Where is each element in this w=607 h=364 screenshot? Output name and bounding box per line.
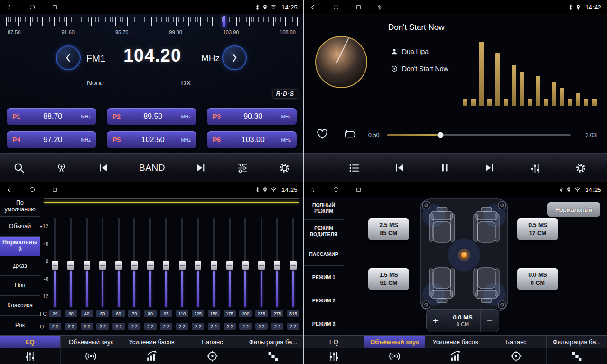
tab-eq[interactable]: EQ [0,336,61,348]
eq-band-slider-5[interactable] [112,218,125,307]
eq-band-slider-10[interactable] [192,218,204,307]
broadcast-antenna-icon[interactable] [56,162,67,174]
tab-balance[interactable]: Баланс [486,336,547,348]
eq-band-slider-11[interactable] [208,218,220,307]
tab-icon-filter[interactable] [243,348,303,364]
eq-band-slider-4[interactable] [96,218,109,307]
tab-icon-balance[interactable] [182,348,243,364]
back-button-icon[interactable] [6,186,13,193]
pause-icon[interactable] [439,163,450,173]
sound-mode-1[interactable]: РЕЖИМ ВОДИТЕЛЯ [304,220,344,243]
home-button-icon[interactable] [333,186,339,193]
eq-band-slider-7[interactable] [144,218,157,307]
tab-icon-surround[interactable] [364,348,425,364]
recents-button-icon[interactable] [52,187,58,193]
eq-slider-knob[interactable] [226,261,233,270]
eq-preset-4[interactable]: Поп [0,276,40,296]
eq-band-slider-6[interactable] [128,218,140,307]
eq-slider-knob[interactable] [290,261,297,270]
tab-icon-filter[interactable] [547,348,607,364]
eq-band-slider-2[interactable] [65,218,77,307]
eq-preset-6[interactable]: Рок [0,316,40,336]
back-button-icon[interactable] [6,4,13,11]
settings-gear-icon[interactable] [279,163,290,173]
delay-rear-right[interactable]: 0.0 MS 0 CM [517,268,558,290]
recents-button-icon[interactable] [52,4,58,10]
decrease-button[interactable]: − [481,315,499,327]
tab-icon-bass[interactable] [425,348,486,364]
tab-icon-bass[interactable] [121,348,182,364]
eq-slider-knob[interactable] [84,261,90,270]
eq-slider-knob[interactable] [211,261,217,270]
eq-slider-knob[interactable] [99,261,106,270]
eq-preset-0[interactable]: По умолчанию [0,197,40,217]
tab-bass[interactable]: Усиление басов [425,336,486,348]
eq-slider-knob[interactable] [195,261,201,270]
tab-icon-eq[interactable] [0,348,61,364]
eq-preset-3[interactable]: Джаз [0,256,40,276]
tab-eq[interactable]: EQ [304,336,364,348]
recents-button-icon[interactable] [355,187,362,193]
eq-band-slider-12[interactable] [224,218,236,307]
eq-slider-knob[interactable] [258,261,265,270]
recents-button-icon[interactable] [355,4,362,10]
eq-slider-knob[interactable] [163,261,169,270]
eq-preset-1[interactable]: Обычай [0,217,40,237]
playlist-icon[interactable] [348,162,360,174]
tab-icon-surround[interactable] [61,348,121,364]
audio-settings-icon[interactable] [237,162,249,174]
eq-preset-5[interactable]: Классика [0,296,40,316]
home-button-icon[interactable] [29,4,36,10]
eq-slider-knob[interactable] [52,261,58,270]
frequency-scale[interactable]: 87.50 91.60 95.70 99.80 103.90 108.00 [6,17,298,39]
tab-surround[interactable]: Объёмный звук [364,336,425,348]
delay-front-left[interactable]: 2.5 MS 85 CM [368,218,409,240]
eq-band-slider-14[interactable] [255,218,268,307]
eq-slider-knob[interactable] [115,261,122,270]
radio-preset-3[interactable]: P390.30MHz [207,108,297,125]
eq-slider-knob[interactable] [67,261,74,270]
progress-knob[interactable] [438,132,444,138]
sound-mode-0[interactable]: ПОЛНЫЙ РЕЖИМ [304,197,344,220]
previous-track-icon[interactable] [394,163,405,173]
next-track-icon[interactable] [484,163,495,173]
eq-band-slider-9[interactable] [176,218,188,307]
eq-slider-knob[interactable] [274,261,280,270]
tab-balance[interactable]: Баланс [182,336,243,348]
delay-rear-left[interactable]: 1.5 MS 51 CM [368,268,409,290]
sound-mode-2[interactable]: ПАССАЖИР [304,243,344,266]
eq-slider-knob[interactable] [179,261,186,270]
equalizer-icon[interactable] [529,162,541,174]
frequency-ruler[interactable] [6,17,298,27]
tab-icon-eq[interactable] [304,348,364,364]
radio-preset-1[interactable]: P188.70MHz [7,108,96,125]
eq-band-slider-3[interactable] [81,218,93,307]
sound-mode-5[interactable]: РЕЖИМ 3 [304,312,344,336]
eq-slider-knob[interactable] [131,261,138,270]
seek-up-button[interactable] [222,46,247,70]
favorite-heart-icon[interactable] [316,128,328,140]
sound-mode-4[interactable]: РЕЖИМ 2 [304,289,344,312]
eq-band-slider-15[interactable] [271,218,283,307]
tab-icon-balance[interactable] [486,348,547,364]
eq-slider-knob[interactable] [242,261,249,270]
tab-bass[interactable]: Усиление басов [121,336,182,348]
progress-bar[interactable] [387,134,571,136]
next-station-icon[interactable] [196,163,206,173]
radio-preset-2[interactable]: P289.50MHz [107,108,196,125]
eq-band-slider-8[interactable] [160,218,172,307]
eq-slider-knob[interactable] [147,261,154,270]
home-button-icon[interactable] [29,186,36,193]
delay-front-right[interactable]: 0.5 MS 17 CM [517,218,558,240]
eq-preset-2[interactable]: Нормальный [0,237,40,256]
eq-band-slider-13[interactable] [239,218,252,307]
eq-band-slider-1[interactable] [49,218,61,307]
band-button[interactable]: BAND [139,163,165,173]
sound-mode-3[interactable]: РЕЖИМ 1 [304,266,344,289]
back-button-icon[interactable] [309,4,317,11]
radio-preset-6[interactable]: P6103.00MHz [207,131,297,148]
tab-surround[interactable]: Объёмный звук [61,336,121,348]
eq-band-slider-16[interactable] [287,218,299,307]
radio-preset-4[interactable]: P497.20MHz [7,131,96,148]
previous-station-icon[interactable] [98,163,109,173]
